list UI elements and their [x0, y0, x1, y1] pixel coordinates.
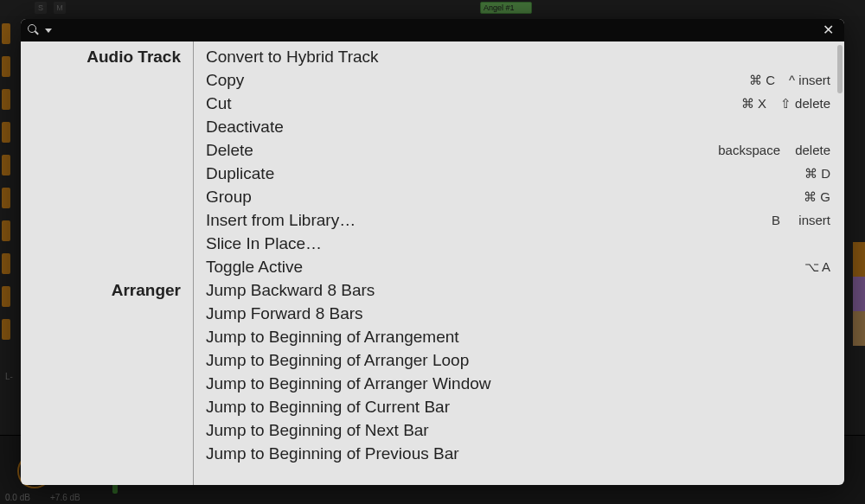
search-filter-dropdown-icon[interactable] [45, 29, 52, 33]
command-row[interactable]: Toggle Active⌥ A [206, 255, 830, 278]
command-label: Jump Forward 8 Bars [206, 304, 766, 323]
command-row[interactable]: Jump Backward 8 Bars [206, 278, 830, 302]
command-label: Jump to Beginning of Previous Bar [206, 444, 766, 463]
category-spacer [21, 372, 193, 395]
category-spacer [21, 395, 193, 418]
command-row[interactable]: Jump to Beginning of Arrangement [206, 325, 830, 348]
track-handle[interactable] [2, 155, 10, 175]
command-shortcut-secondary: delete [780, 143, 830, 157]
command-row[interactable]: Cut⌘ X⇧ delete [206, 92, 830, 115]
side-panel [853, 242, 865, 346]
command-row[interactable]: Slice In Place… [206, 232, 830, 255]
command-row[interactable]: Jump Forward 8 Bars [206, 302, 830, 325]
command-label: Jump to Beginning of Arranger Loop [206, 351, 766, 370]
command-shortcut-secondary: insert [780, 213, 830, 227]
clip-label[interactable]: Angel #1 [480, 2, 532, 14]
command-row[interactable]: Jump to Beginning of Current Bar [206, 395, 830, 418]
track-handle[interactable] [2, 89, 10, 110]
level-label: L- [5, 372, 13, 381]
category-spacer [21, 162, 193, 185]
category-spacer [21, 115, 193, 138]
command-label: Delete [206, 141, 704, 160]
command-row[interactable]: Group⌘ G [206, 185, 830, 208]
category-spacer [21, 325, 193, 348]
command-label: Slice In Place… [206, 234, 766, 253]
track-handle[interactable] [2, 253, 10, 274]
command-label: Jump Backward 8 Bars [206, 281, 766, 300]
category-spacer [21, 92, 193, 115]
palette-searchbar: ✕ [21, 19, 844, 41]
track-handle[interactable] [2, 56, 10, 77]
palette-categories-column: Audio TrackArranger [21, 41, 194, 485]
command-label: Group [206, 188, 766, 207]
category-label: Audio Track [21, 45, 193, 68]
solo-button[interactable]: S [35, 2, 47, 14]
volume-readout: 0.0 dB [5, 493, 30, 502]
category-spacer [21, 185, 193, 208]
command-shortcut-secondary: ⌘ D [780, 166, 830, 182]
track-handle[interactable] [2, 319, 10, 340]
command-row[interactable]: Convert to Hybrid Track [206, 45, 830, 68]
category-spacer [21, 255, 193, 278]
category-spacer [21, 208, 193, 232]
command-shortcut-secondary: ⌘ G [780, 189, 830, 205]
command-row[interactable]: Copy⌘ C^ insert [206, 68, 830, 92]
command-row[interactable]: Jump to Beginning of Arranger Loop [206, 348, 830, 372]
command-label: Convert to Hybrid Track [206, 48, 766, 67]
palette-body: Audio TrackArranger Convert to Hybrid Tr… [21, 41, 844, 485]
command-palette: ✕ Audio TrackArranger Convert to Hybrid … [21, 19, 844, 485]
peak-readout: +7.6 dB [50, 493, 80, 502]
command-shortcut-secondary: ^ insert [775, 73, 830, 87]
track-handle[interactable] [2, 188, 10, 208]
palette-commands-column: Convert to Hybrid TrackCopy⌘ C^ insertCu… [194, 41, 844, 485]
track-handle[interactable] [2, 122, 10, 143]
command-label: Deactivate [206, 118, 766, 137]
command-row[interactable]: Deletebackspacedelete [206, 138, 830, 162]
command-label: Toggle Active [206, 258, 766, 277]
command-label: Cut [206, 94, 727, 113]
category-label: Arranger [21, 278, 193, 302]
command-shortcut-secondary: ⇧ delete [766, 96, 830, 112]
command-label: Insert from Library… [206, 211, 758, 230]
command-shortcut-primary: B [758, 213, 780, 227]
category-spacer [21, 138, 193, 162]
track-handle[interactable] [2, 23, 10, 44]
command-shortcut-primary: ⌘ C [735, 73, 775, 88]
command-row[interactable]: Jump to Beginning of Next Bar [206, 418, 830, 442]
command-label: Jump to Beginning of Arranger Window [206, 374, 766, 393]
mute-button[interactable]: M [54, 2, 66, 14]
category-spacer [21, 348, 193, 372]
track-handle[interactable] [2, 286, 10, 307]
command-row[interactable]: Insert from Library…Binsert [206, 208, 830, 232]
command-shortcut-primary: ⌘ X [727, 96, 766, 112]
command-shortcut-secondary: ⌥ A [780, 259, 830, 275]
command-row[interactable]: Deactivate [206, 115, 830, 138]
search-icon [28, 24, 40, 36]
command-label: Jump to Beginning of Arrangement [206, 328, 766, 347]
category-spacer [21, 302, 193, 325]
category-spacer [21, 68, 193, 92]
category-spacer [21, 442, 193, 465]
command-label: Jump to Beginning of Current Bar [206, 398, 766, 417]
track-handle[interactable] [2, 220, 10, 241]
palette-close-button[interactable]: ✕ [819, 23, 837, 37]
palette-scrollbar-thumb[interactable] [837, 45, 843, 93]
command-shortcut-primary: backspace [704, 143, 780, 157]
category-spacer [21, 232, 193, 255]
command-label: Duplicate [206, 164, 766, 183]
command-label: Jump to Beginning of Next Bar [206, 421, 766, 440]
command-row[interactable]: Duplicate⌘ D [206, 162, 830, 185]
palette-search-input[interactable] [57, 24, 819, 37]
command-row[interactable]: Jump to Beginning of Previous Bar [206, 442, 830, 465]
command-row[interactable]: Jump to Beginning of Arranger Window [206, 372, 830, 395]
category-spacer [21, 418, 193, 442]
command-label: Copy [206, 71, 735, 90]
